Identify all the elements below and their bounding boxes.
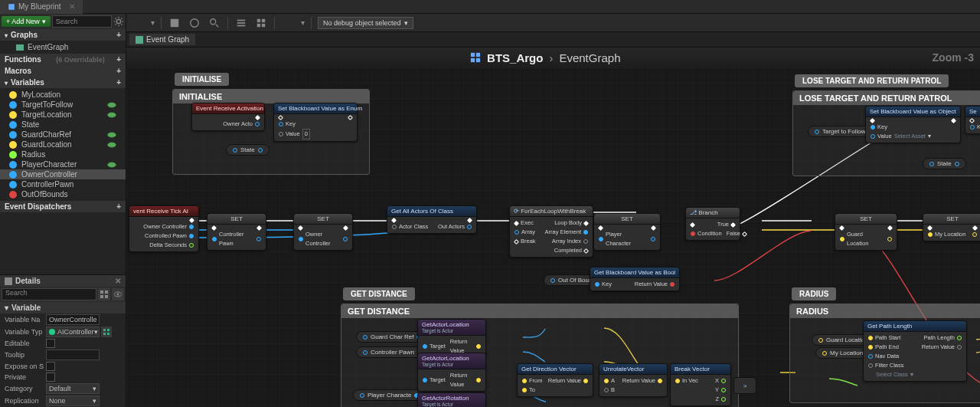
add-new-button[interactable]: + Add New ▾ — [2, 16, 51, 27]
event-graph-tab[interactable]: Event Graph — [129, 34, 195, 45]
node-set-bb-enum[interactable]: Set Blackboard Value as Enum Key Value 0 — [273, 103, 358, 142]
svg-rect-28 — [237, 22, 246, 24]
node-set-ml[interactable]: SET My Location — [923, 213, 980, 241]
class-settings-button[interactable] — [234, 16, 248, 30]
nav-back-button[interactable] — [132, 52, 143, 63]
svg-rect-34 — [136, 36, 143, 44]
editable-checkbox[interactable] — [46, 339, 55, 348]
variable-item-mylocation[interactable]: MyLocation — [0, 90, 126, 100]
add-dispatcher-button[interactable]: + — [116, 202, 121, 211]
graphs-section[interactable]: ▾Graphs + — [0, 29, 126, 41]
save-button[interactable] — [168, 16, 181, 30]
blueprint-tab[interactable]: My Blueprint ✕ — [0, 0, 83, 14]
variable-item-controllerpawn[interactable]: ControllerPawn — [0, 179, 126, 189]
node-break-vector[interactable]: Break Vector In VecX Y Z — [670, 363, 731, 406]
wrench-icon — [132, 18, 143, 28]
comment-head-radius[interactable]: RADIUS — [790, 304, 980, 318]
variable-category[interactable]: ▾Variable — [0, 302, 126, 313]
nav-forward-button[interactable] — [148, 52, 158, 63]
close-icon[interactable]: ✕ — [115, 277, 121, 285]
variable-type-combo[interactable]: AIController▾ — [46, 327, 100, 337]
node-set-bb-object[interactable]: Set Blackboard Value as Object Key Value… — [865, 106, 961, 143]
details-header[interactable]: Details ✕ — [0, 275, 126, 287]
node-set-pc[interactable]: SET Player Character — [593, 213, 661, 251]
comment-head-lose[interactable]: LOSE TARGET AND RETURN PATROL — [793, 91, 980, 105]
gear-icon[interactable] — [113, 16, 124, 27]
add-function-button[interactable]: + — [116, 55, 121, 64]
functions-section[interactable]: Functions (6 Overridable) + — [0, 54, 126, 65]
eye-icon[interactable] — [107, 131, 116, 139]
eye-icon[interactable] — [107, 111, 116, 119]
dispatchers-section[interactable]: Event Dispatchers + — [0, 201, 126, 212]
variable-item-outofbounds[interactable]: OutOfBounds — [0, 189, 126, 199]
variable-item-guardlocation[interactable]: GuardLocation — [0, 139, 126, 149]
browse-button[interactable] — [188, 16, 201, 30]
node-event-receive-activation[interactable]: Event Receive Activation Owner Acto — [191, 103, 265, 131]
compile-dropdown[interactable] — [131, 16, 145, 30]
class-defaults-button[interactable] — [254, 16, 268, 30]
replication-combo[interactable]: None▾ — [46, 396, 100, 406]
find-button[interactable] — [207, 16, 221, 30]
array-toggle-button[interactable] — [101, 327, 112, 337]
eye-icon[interactable] — [107, 161, 116, 169]
node-get-actor-rotation[interactable]: GetActorRotationTarget is Actor TargetRe… — [417, 392, 486, 407]
node-get-path-length[interactable]: Get Path Length Path StartPath Length Pa… — [863, 320, 967, 382]
node-get-bb-bool[interactable]: Get Blackboard Value as Bool KeyReturn V… — [590, 267, 680, 291]
macros-section[interactable]: Macros + — [0, 65, 126, 77]
eye-icon[interactable] — [107, 101, 116, 109]
variable-name-input[interactable] — [46, 314, 100, 325]
variable-item-targettofollow[interactable]: TargetToFollow — [0, 100, 126, 110]
node-unrotate-vector[interactable]: UnrotateVector AReturn Value B — [599, 363, 668, 397]
pill-state-2[interactable]: State — [923, 158, 966, 169]
node-get-direction-vector[interactable]: Get Direction Vector FromReturn Value To — [517, 363, 593, 397]
category-combo[interactable]: Default▾ — [46, 383, 100, 394]
node-set-2[interactable]: SET Owner Controller — [293, 213, 353, 251]
zoom-label: Zoom -3 — [933, 51, 974, 64]
svg-point-8 — [111, 133, 113, 136]
node-set-bb-2[interactable]: Se K — [965, 106, 980, 134]
variable-item-state[interactable]: State — [0, 120, 126, 130]
add-graph-button[interactable]: + — [116, 31, 121, 39]
save-icon — [169, 18, 180, 28]
search-icon — [209, 18, 220, 28]
add-macro-button[interactable]: + — [116, 67, 121, 75]
debug-object-combo[interactable]: No debug object selected▾ — [318, 17, 413, 29]
variable-label: MyLocation — [21, 90, 60, 99]
node-get-actor-location-2[interactable]: GetActorLocationTarget is Actor TargetRe… — [417, 353, 486, 392]
expose-checkbox[interactable] — [46, 362, 55, 371]
node-foreach[interactable]: ⟳ ForEachLoopWithBreak ExecLoop Body Arr… — [509, 205, 593, 258]
variable-label: PlayerCharacter — [21, 160, 77, 169]
event-graph-item[interactable]: EventGraph — [0, 42, 126, 52]
node-set-gl[interactable]: SET Guard Location — [835, 213, 897, 251]
node-event-tick[interactable]: vent Receive Tick AI Owner Controller Co… — [129, 205, 199, 252]
blueprint-search-input[interactable]: Search — [52, 15, 112, 28]
variable-label: GuardCharRef — [21, 130, 71, 139]
variable-item-radius[interactable]: Radius — [0, 149, 126, 159]
details-matrix-button[interactable] — [98, 288, 110, 300]
variable-label: TargetToFollow — [21, 100, 73, 109]
variable-item-guardcharref[interactable]: GuardCharRef — [0, 130, 126, 139]
node-branch[interactable]: ⎇ Branch True ConditionFalse — [685, 207, 740, 241]
breadcrumb-sub[interactable]: EventGraph — [559, 51, 620, 64]
eye-icon[interactable] — [107, 141, 116, 149]
private-checkbox[interactable] — [46, 373, 55, 382]
variable-item-playercharacter[interactable]: PlayerCharacter — [0, 159, 126, 169]
graph-canvas[interactable]: INITIALISE INITIALISE Event Receive Acti… — [126, 67, 980, 407]
variable-item-ownercontroller[interactable]: OwnerController — [0, 169, 126, 179]
comment-head-getdist[interactable]: GET DISTANCE — [341, 304, 738, 318]
variable-item-targetlocation[interactable]: TargetLocation — [0, 110, 126, 120]
pill-player-character[interactable]: Player Characte — [353, 389, 426, 401]
breadcrumb-main[interactable]: BTS_Argo — [487, 51, 543, 64]
details-search-input[interactable]: Search — [2, 288, 96, 300]
node-get-all-actors[interactable]: Get All Actors Of Class Actor ClassOut A… — [387, 205, 477, 234]
node-compare[interactable]: > — [733, 377, 756, 394]
close-icon[interactable]: ✕ — [69, 2, 75, 11]
tooltip-input[interactable] — [46, 350, 100, 360]
pill-state[interactable]: State — [226, 144, 270, 156]
comment-head-initialise[interactable]: INITIALISE — [173, 90, 369, 103]
add-variable-button[interactable]: + — [116, 78, 121, 87]
variables-section[interactable]: ▾Variables + — [0, 77, 126, 88]
play-button[interactable] — [281, 16, 295, 30]
node-set-1[interactable]: SET Controller Pawn — [207, 213, 266, 251]
details-eye-button[interactable] — [112, 288, 124, 300]
